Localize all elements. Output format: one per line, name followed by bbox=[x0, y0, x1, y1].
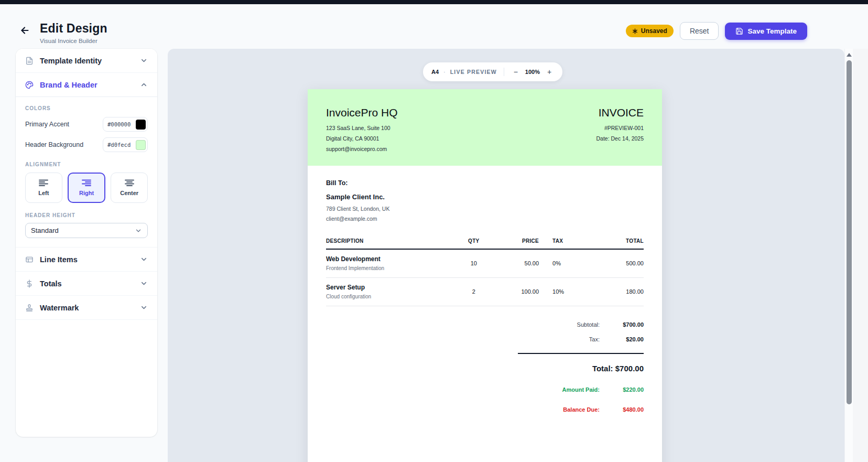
panel-watermark[interactable]: Watermark bbox=[16, 296, 157, 320]
primary-accent-label: Primary Accent bbox=[25, 121, 69, 128]
panel-template-identity[interactable]: Template Identity bbox=[16, 49, 157, 73]
balance-due-value: $480.00 bbox=[600, 406, 644, 413]
primary-accent-input[interactable] bbox=[107, 121, 133, 127]
invoice-header: InvoicePro HQ 123 SaaS Lane, Suite 100 D… bbox=[308, 89, 662, 166]
item-description: Web Development bbox=[326, 255, 457, 263]
item-qty: 10 bbox=[457, 249, 492, 278]
live-preview-canvas: A4 · LIVE PREVIEW − 100% + InvoicePro HQ… bbox=[168, 49, 844, 462]
zoom-out-button[interactable]: − bbox=[511, 67, 520, 77]
align-center-label: Center bbox=[120, 190, 138, 196]
totals-divider bbox=[518, 353, 644, 354]
chevron-down-icon bbox=[140, 255, 148, 263]
col-header-description: DESCRIPTION bbox=[326, 238, 457, 249]
panel-label: Line Items bbox=[40, 255, 134, 264]
save-template-label: Save Template bbox=[747, 27, 797, 35]
save-template-button[interactable]: Save Template bbox=[725, 23, 807, 40]
line-items-table: DESCRIPTION QTY PRICE TAX TOTAL Web Deve… bbox=[326, 238, 644, 306]
chevron-down-icon bbox=[135, 227, 142, 234]
item-price: 100.00 bbox=[491, 278, 539, 306]
brand-header-panel-body: COLORS Primary Accent Header Background … bbox=[16, 97, 157, 248]
panel-label: Totals bbox=[40, 280, 134, 288]
colors-group-label: COLORS bbox=[25, 105, 148, 111]
palette-icon bbox=[25, 81, 34, 89]
top-accent-strip bbox=[0, 0, 868, 4]
header-background-swatch[interactable] bbox=[136, 140, 146, 150]
primary-accent-row: Primary Accent bbox=[25, 117, 148, 132]
client-address: 789 Client St, London, UK bbox=[326, 206, 644, 212]
grand-total: Total: $700.00 bbox=[518, 364, 644, 373]
bill-to-label: Bill To: bbox=[326, 179, 644, 187]
header-background-input[interactable] bbox=[107, 142, 133, 148]
item-tax: 10% bbox=[539, 278, 580, 306]
panel-label: Brand & Header bbox=[40, 81, 134, 89]
align-center-icon bbox=[125, 179, 134, 186]
invoice-number: #PREVIEW-001 bbox=[596, 124, 644, 132]
tax-value: $20.00 bbox=[600, 336, 644, 342]
document-icon bbox=[25, 57, 34, 65]
item-detail: Cloud configuration bbox=[326, 294, 457, 299]
reset-button[interactable]: Reset bbox=[680, 22, 719, 40]
amount-paid-value: $220.00 bbox=[600, 386, 644, 393]
back-button[interactable] bbox=[19, 24, 31, 37]
align-left-button[interactable]: Left bbox=[25, 173, 62, 203]
subtotal-label: Subtotal: bbox=[518, 321, 600, 328]
preview-toolbar: A4 · LIVE PREVIEW − 100% + bbox=[423, 62, 562, 81]
table-icon bbox=[25, 255, 34, 264]
item-detail: Frontend Implementation bbox=[326, 265, 457, 271]
col-header-total: TOTAL bbox=[580, 238, 644, 249]
header-height-select[interactable]: Standard bbox=[25, 223, 148, 238]
subtotal-value: $700.00 bbox=[600, 321, 644, 328]
live-preview-label: LIVE PREVIEW bbox=[450, 69, 497, 75]
chevron-down-icon bbox=[140, 304, 148, 311]
asterisk-icon bbox=[632, 28, 638, 34]
unsaved-badge-label: Unsaved bbox=[641, 27, 667, 35]
align-center-button[interactable]: Center bbox=[111, 173, 148, 203]
panel-line-items[interactable]: Line Items bbox=[16, 248, 157, 272]
header-background-hex-box bbox=[103, 137, 148, 152]
invoice-date: Date: Dec 14, 2025 bbox=[596, 135, 644, 143]
alignment-options: Left Right Center bbox=[25, 173, 148, 203]
panel-brand-header[interactable]: Brand & Header bbox=[16, 73, 157, 97]
scrollbar-up-arrow-icon[interactable] bbox=[847, 53, 852, 57]
save-icon bbox=[735, 27, 743, 35]
client-name: Sample Client Inc. bbox=[326, 193, 644, 201]
chevron-down-icon bbox=[140, 57, 148, 65]
amount-paid-label: Amount Paid: bbox=[518, 386, 600, 393]
zoom-in-button[interactable]: + bbox=[545, 67, 554, 77]
separator-dot: · bbox=[443, 69, 446, 75]
header-height-value: Standard bbox=[31, 227, 59, 234]
invoice-title: INVOICE bbox=[596, 106, 644, 119]
company-address1: 123 SaaS Lane, Suite 100 bbox=[326, 124, 398, 132]
totals-summary: Subtotal: $700.00 Tax: $20.00 Total: $70… bbox=[518, 321, 644, 413]
toolbar-divider bbox=[504, 68, 504, 76]
app-header: Edit Design Visual Invoice Builder Unsav… bbox=[0, 4, 868, 49]
company-address2: Digital City, CA 90001 bbox=[326, 135, 398, 143]
align-right-button[interactable]: Right bbox=[68, 173, 106, 203]
tax-label: Tax: bbox=[518, 336, 600, 342]
align-left-icon bbox=[39, 179, 48, 186]
panel-totals[interactable]: Totals bbox=[16, 272, 157, 296]
arrow-left-icon bbox=[19, 25, 30, 36]
unsaved-badge: Unsaved bbox=[626, 25, 674, 37]
align-right-label: Right bbox=[79, 190, 94, 196]
primary-accent-swatch[interactable] bbox=[136, 120, 146, 130]
dollar-icon bbox=[25, 280, 34, 288]
alignment-group-label: ALIGNMENT bbox=[25, 162, 148, 167]
preview-scrollbar[interactable] bbox=[844, 49, 853, 462]
item-total: 180.00 bbox=[580, 278, 644, 306]
table-row: Server Setup Cloud configuration 2 100.0… bbox=[326, 278, 644, 306]
chevron-up-icon bbox=[140, 81, 148, 89]
right-gutter bbox=[853, 49, 868, 462]
panel-label: Template Identity bbox=[40, 57, 134, 65]
align-right-icon bbox=[82, 179, 91, 186]
page-title: Edit Design bbox=[40, 22, 107, 36]
item-description: Server Setup bbox=[326, 284, 457, 291]
item-total: 500.00 bbox=[580, 249, 644, 278]
col-header-qty: QTY bbox=[457, 238, 492, 249]
zoom-level: 100% bbox=[525, 69, 540, 75]
balance-due-label: Balance Due: bbox=[518, 406, 600, 413]
scrollbar-thumb[interactable] bbox=[847, 60, 852, 404]
page-size-label: A4 bbox=[431, 69, 439, 75]
invoice-paper: InvoicePro HQ 123 SaaS Lane, Suite 100 D… bbox=[308, 89, 662, 462]
col-header-tax: TAX bbox=[539, 238, 580, 249]
